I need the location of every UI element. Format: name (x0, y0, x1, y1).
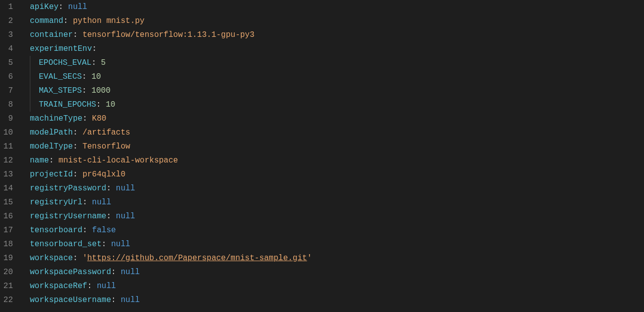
yaml-separator: : (73, 251, 82, 265)
line-number: 16 (0, 209, 13, 223)
yaml-value: null (120, 265, 139, 279)
code-line[interactable]: command: python mnist.py (30, 14, 644, 28)
yaml-separator: : (107, 209, 116, 223)
yaml-separator: : (59, 0, 68, 14)
line-number: 7 (0, 84, 13, 98)
code-line[interactable]: workspace: 'https://github.com/Paperspac… (30, 251, 644, 265)
yaml-key: TRAIN_EPOCHS (39, 98, 96, 112)
yaml-key: modelType (30, 140, 73, 154)
code-line[interactable]: registryPassword: null (30, 181, 644, 195)
code-line[interactable]: EVAL_SECS: 10 (30, 70, 644, 84)
yaml-value: null (97, 279, 115, 293)
yaml-key: workspaceUsername (30, 293, 111, 307)
yaml-separator: : (83, 195, 92, 209)
yaml-separator: : (102, 237, 111, 251)
yaml-separator: : (87, 279, 97, 293)
yaml-key: EVAL_SECS (39, 70, 82, 84)
yaml-key: container (30, 28, 73, 42)
line-number: 3 (0, 28, 13, 42)
code-line[interactable]: registryUsername: null (30, 209, 644, 223)
line-number: 4 (0, 42, 13, 56)
code-line[interactable]: projectId: pr64qlxl0 (30, 167, 644, 181)
yaml-separator: : (92, 42, 97, 56)
line-number: 14 (0, 181, 13, 195)
yaml-key: registryUsername (30, 209, 107, 223)
yaml-separator: : (92, 56, 101, 70)
yaml-value: 5 (101, 56, 106, 70)
yaml-value: 10 (106, 98, 115, 112)
line-number: 9 (0, 112, 13, 126)
yaml-separator: : (111, 293, 120, 307)
code-line[interactable]: tensorboard: false (30, 223, 644, 237)
yaml-value: null (92, 195, 111, 209)
yaml-separator: : (96, 98, 106, 112)
yaml-key: workspace (30, 251, 73, 265)
yaml-key: command (30, 14, 63, 28)
yaml-key: experimentEnv (30, 42, 92, 56)
yaml-value: K80 (92, 112, 107, 126)
line-number: 6 (0, 70, 13, 84)
code-line[interactable]: registryUrl: null (30, 195, 644, 209)
yaml-key: workspaceRef (30, 279, 87, 293)
code-line[interactable]: tensorboard_set: null (30, 237, 644, 251)
yaml-value: mnist-cli-local-workspace (59, 154, 178, 167)
yaml-value: null (120, 293, 139, 307)
yaml-value: pr64qlxl0 (83, 167, 125, 181)
code-line[interactable]: MAX_STEPS: 1000 (30, 84, 644, 98)
code-line[interactable]: apiKey: null (30, 0, 644, 14)
line-number: 18 (0, 237, 13, 251)
line-number: 5 (0, 56, 13, 70)
yaml-separator: : (49, 154, 58, 167)
yaml-separator: : (83, 223, 92, 237)
yaml-key: workspacePassword (30, 265, 111, 279)
code-line[interactable]: workspaceUsername: null (30, 293, 644, 307)
code-editor[interactable]: 12345678910111213141516171819202122 apiK… (0, 0, 644, 312)
yaml-value: null (111, 237, 130, 251)
yaml-key: modelPath (30, 126, 73, 140)
yaml-separator: : (107, 181, 116, 195)
line-number: 22 (0, 293, 13, 307)
line-number: 15 (0, 195, 13, 209)
yaml-separator: : (73, 167, 82, 181)
code-line[interactable]: workspaceRef: null (30, 279, 644, 293)
yaml-separator: : (63, 14, 73, 28)
code-line[interactable]: EPOCHS_EVAL: 5 (30, 56, 644, 70)
yaml-key: tensorboard (30, 223, 83, 237)
line-number: 1 (0, 0, 13, 14)
yaml-separator: : (73, 126, 82, 140)
code-line[interactable]: machineType: K80 (30, 112, 644, 126)
line-number: 10 (0, 126, 13, 140)
yaml-url-value[interactable]: https://github.com/Paperspace/mnist-samp… (87, 251, 307, 265)
line-number: 11 (0, 140, 13, 154)
yaml-key: MAX_STEPS (39, 84, 82, 98)
yaml-key: EPOCHS_EVAL (39, 56, 92, 70)
line-number: 2 (0, 14, 13, 28)
yaml-value: 10 (92, 70, 101, 84)
yaml-separator: : (73, 140, 82, 154)
yaml-key: registryPassword (30, 181, 107, 195)
quote: ' (83, 251, 88, 265)
yaml-value: null (116, 209, 135, 223)
code-line[interactable]: name: mnist-cli-local-workspace (30, 154, 644, 167)
line-number: 8 (0, 98, 13, 112)
yaml-separator: : (82, 84, 91, 98)
yaml-separator: : (73, 28, 82, 42)
code-line[interactable]: workspacePassword: null (30, 265, 644, 279)
line-number: 19 (0, 251, 13, 265)
yaml-separator: : (82, 70, 91, 84)
yaml-key: tensorboard_set (30, 237, 102, 251)
yaml-value: null (68, 0, 87, 14)
yaml-value: false (92, 223, 116, 237)
code-line[interactable]: container: tensorflow/tensorflow:1.13.1-… (30, 28, 644, 42)
code-line[interactable]: modelPath: /artifacts (30, 126, 644, 140)
line-number: 17 (0, 223, 13, 237)
code-area[interactable]: apiKey: nullcommand: python mnist.pycont… (22, 0, 644, 312)
code-line[interactable]: modelType: Tensorflow (30, 140, 644, 154)
line-number-gutter: 12345678910111213141516171819202122 (0, 0, 22, 312)
yaml-separator: : (111, 265, 120, 279)
yaml-key: apiKey (30, 0, 59, 14)
code-line[interactable]: experimentEnv: (30, 42, 644, 56)
code-line[interactable]: TRAIN_EPOCHS: 10 (30, 98, 644, 112)
yaml-value: 1000 (92, 84, 110, 98)
line-number: 20 (0, 265, 13, 279)
